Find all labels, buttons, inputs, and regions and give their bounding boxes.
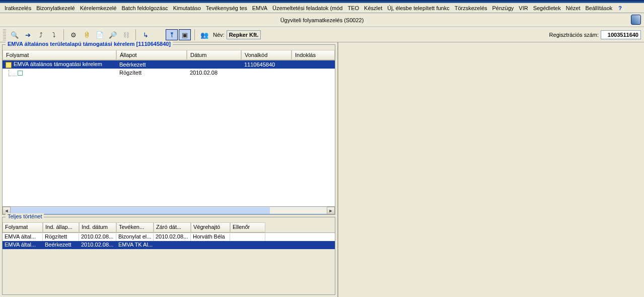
process-grid-header: Folyamat Állapot Dátum Vonalkód Indoklás — [3, 50, 335, 60]
reg-field[interactable]: 1003511640 — [601, 30, 641, 39]
menu-help[interactable]: ? — [616, 4, 624, 12]
menu-tevekenyseg[interactable]: Tevékenység tes — [203, 4, 250, 12]
hcell-ind-allap: Beérkezett — [43, 242, 79, 249]
menu-bar: Iratkezelés Bizonylatkezelé Kérelemkezel… — [0, 3, 644, 13]
menu-penzugy[interactable]: Pénzügy — [490, 4, 517, 12]
hcol-ind-allap[interactable]: Ind. állap... — [43, 222, 79, 232]
toolbar-sep — [63, 29, 64, 40]
scroll-track[interactable] — [11, 207, 327, 214]
menu-emva[interactable]: EMVA — [250, 4, 270, 12]
arrow-right-icon[interactable]: ➔ — [22, 29, 34, 40]
toolbar-sep — [135, 29, 136, 40]
hcell-ind-datum: 2010.02.08... — [79, 233, 116, 241]
process-title: EMVA általános területalapú támogatási k… — [6, 41, 173, 47]
scroll-right-icon[interactable]: ► — [327, 207, 335, 214]
hcell-teveken: Bizonylat el... — [116, 233, 154, 241]
folder-icon — [6, 62, 12, 68]
cell-folyamat: EMVA általános támogatási kérelem — [14, 61, 102, 67]
tree-connector-icon — [9, 70, 17, 76]
hcol-folyamat[interactable]: Folyamat — [3, 222, 43, 232]
hscrollbar[interactable]: ◄ ► — [3, 206, 335, 214]
blank-icon[interactable] — [153, 29, 165, 40]
hcol-vegrehajto[interactable]: Végrehajtó — [191, 222, 230, 232]
page-title: Ügyviteli folyamatkezelés (S0022) — [280, 17, 364, 23]
toolbar: 🔍 ➔ ⤴ ⤵ ⚙ 🛢 📄 🔎 ⛓ ↳ ⤒ ▣ 👥 Név: Repker Kf… — [0, 27, 644, 42]
name-field[interactable]: Repker Kft. — [227, 30, 261, 39]
menu-keszlet[interactable]: Készlet — [362, 4, 385, 12]
layout-icon[interactable]: ▣ — [179, 29, 191, 40]
menu-beallitasok[interactable]: Beállítások — [583, 4, 615, 12]
cell-allapot: Rögzített — [116, 70, 187, 76]
menu-segedletek[interactable]: Segédletek — [531, 4, 563, 12]
hcell-ind-allap: Rögzített — [43, 233, 79, 241]
hcol-ellenor[interactable]: Ellenőr — [230, 222, 265, 232]
menu-batch[interactable]: Batch feldolgozásc — [119, 4, 170, 12]
hcell-teveken: EMVA TK Al... — [116, 242, 154, 249]
document-icon[interactable]: 📄 — [94, 29, 106, 40]
cell-allapot: Beérkezett — [116, 62, 187, 68]
right-pane — [338, 42, 644, 297]
hcell-zaro — [154, 242, 191, 249]
name-label: Név: — [211, 32, 227, 38]
history-title: Teljes történet — [6, 213, 44, 219]
menu-teo[interactable]: TEO — [345, 4, 362, 12]
left-pane: EMVA általános területalapú támogatási k… — [0, 42, 338, 297]
cell-vonalkod: 1110645840 — [241, 62, 292, 68]
process-groupbox: EMVA általános területalapú támogatási k… — [2, 44, 335, 215]
menu-vir[interactable]: VIR — [516, 4, 530, 12]
reg-label: Regisztrációs szám: — [547, 32, 601, 38]
users-icon[interactable]: 👥 — [198, 29, 210, 40]
history-grid-header: Folyamat Ind. állap... Ind. dátum Tevéke… — [3, 222, 335, 232]
hcol-ind-datum[interactable]: Ind. dátum — [79, 222, 116, 232]
main-area: EMVA általános területalapú támogatási k… — [0, 42, 644, 297]
hcell-ind-datum: 2010.02.08... — [79, 242, 116, 249]
menu-uj[interactable]: Új, élesbe telepített funkc — [385, 4, 452, 12]
hcell-vegrehajto — [191, 242, 230, 249]
toolbar-sep — [194, 29, 195, 40]
import-icon[interactable]: ⤴ — [35, 29, 47, 40]
process-grid-body[interactable]: EMVA általános támogatási kérelem Beérke… — [3, 60, 335, 206]
link-icon[interactable]: ⛓ — [120, 29, 132, 40]
gears-icon[interactable]: ⚙ — [67, 29, 80, 40]
toolbar-grip[interactable] — [3, 29, 6, 40]
preview-icon[interactable]: 🔎 — [107, 29, 119, 40]
menu-kimutatas[interactable]: Kimutatáso — [171, 4, 203, 12]
menu-torzs[interactable]: Törzskezelés — [452, 4, 490, 12]
hcell-vegrehajto: Horváth Béla — [191, 233, 230, 241]
history-groupbox: Teljes történet Folyamat Ind. állap... I… — [2, 217, 335, 295]
menu-nezet[interactable]: Nézet — [563, 4, 583, 12]
history-row[interactable]: EMVA által... Rögzített 2010.02.08... Bi… — [3, 233, 335, 241]
hcell-zaro: 2010.02.08... — [154, 233, 191, 241]
cell-datum: 2010.02.08 — [187, 70, 241, 76]
process-row[interactable]: EMVA általános támogatási kérelem Beérke… — [3, 61, 335, 69]
hcell-ellenor — [230, 242, 265, 249]
col-allapot[interactable]: Állapot — [116, 50, 187, 60]
hcell-ellenor — [230, 233, 265, 241]
process-row[interactable]: Rögzített 2010.02.08 — [3, 69, 335, 77]
menu-uzemeltet[interactable]: Üzemeltetési feladatok (mód — [270, 4, 345, 12]
cylinder-icon[interactable]: 🛢 — [81, 29, 93, 40]
export-icon[interactable]: ⤵ — [48, 29, 60, 40]
hcell-folyamat: EMVA által... — [3, 242, 43, 249]
step-icon[interactable]: ↳ — [139, 29, 152, 40]
hcol-teveken[interactable]: Tevéken... — [116, 222, 154, 232]
menu-iratkezeles[interactable]: Iratkezelés — [2, 4, 34, 12]
col-indoklas[interactable]: Indoklás — [292, 50, 335, 60]
binoculars-icon[interactable]: 🔍 — [9, 29, 21, 40]
hcell-folyamat: EMVA által... — [3, 233, 43, 241]
history-row[interactable]: EMVA által... Beérkezett 2010.02.08... E… — [3, 241, 335, 249]
tree-toggle-icon[interactable]: ⤒ — [166, 29, 178, 40]
note-icon — [18, 71, 23, 76]
hcol-zaro[interactable]: Záró dát... — [154, 222, 191, 232]
col-datum[interactable]: Dátum — [187, 50, 241, 60]
menu-kerelem[interactable]: Kérelemkezelé — [78, 4, 119, 12]
app-icon[interactable] — [631, 15, 641, 25]
menu-bizonylat[interactable]: Bizonylatkezelé — [34, 4, 77, 12]
history-grid-body[interactable]: EMVA által... Rögzített 2010.02.08... Bi… — [3, 232, 335, 249]
col-vonalkod[interactable]: Vonalkód — [241, 50, 292, 60]
subheader: Ügyviteli folyamatkezelés (S0022) — [0, 13, 644, 27]
col-folyamat[interactable]: Folyamat — [3, 50, 116, 60]
